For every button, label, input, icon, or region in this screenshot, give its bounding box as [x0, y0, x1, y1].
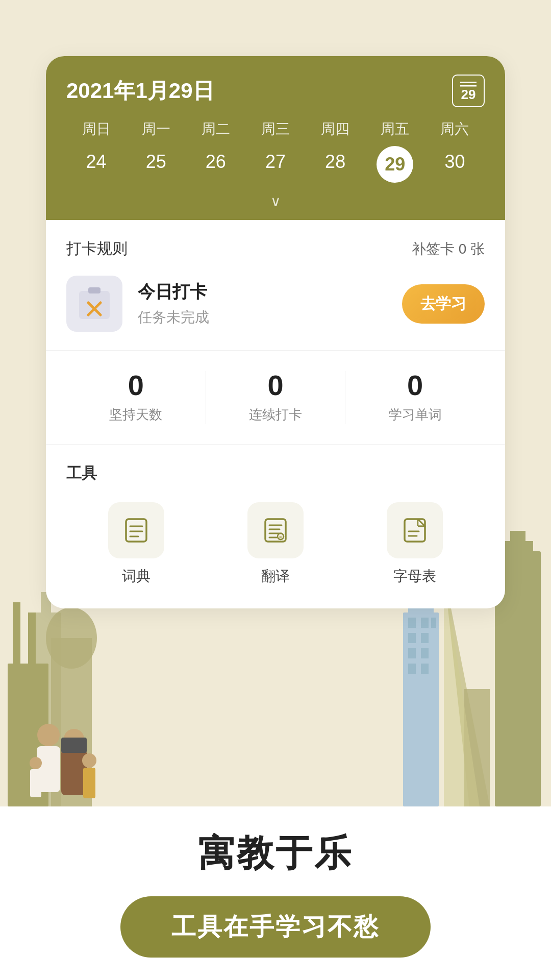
calendar-icon-number: 29	[461, 88, 476, 101]
stat-streak: 0 连续打卡	[206, 371, 345, 424]
svg-rect-32	[460, 82, 477, 83]
weekday-thu: 周四	[306, 119, 365, 139]
tool-translate-icon-wrap: ≡	[247, 502, 304, 558]
svg-rect-19	[408, 648, 416, 658]
svg-rect-31	[30, 769, 41, 797]
svg-point-25	[64, 729, 84, 749]
tools-section: 工具 词典	[46, 445, 505, 608]
stats-section: 0 坚持天数 0 连续打卡 0 学习单词	[46, 351, 505, 445]
svg-rect-11	[510, 531, 525, 544]
checkin-icon-wrap	[66, 276, 122, 332]
chevron-down-icon: ∨	[270, 193, 281, 209]
checkin-today-label: 今日打卡	[138, 280, 387, 304]
calendar-icon[interactable]: 29	[452, 75, 485, 107]
date-28[interactable]: 28	[306, 146, 365, 183]
stat-streak-value: 0	[206, 371, 345, 400]
svg-rect-22	[421, 664, 429, 674]
svg-rect-3	[51, 638, 92, 806]
bottom-section: 寓教于乐 工具在手学习不愁	[0, 806, 551, 980]
calendar-title: 2021年1月29日	[66, 77, 214, 105]
calendar-header: 2021年1月29日 29 周日 周一 周二 周三 周四 周五 周六	[46, 56, 505, 220]
svg-rect-5	[13, 602, 20, 664]
svg-text:≡: ≡	[279, 534, 282, 540]
svg-rect-12	[403, 612, 439, 806]
tool-dictionary[interactable]: 词典	[108, 502, 164, 586]
tool-dict-label: 词典	[122, 567, 151, 586]
svg-point-28	[82, 753, 96, 768]
svg-rect-34	[79, 291, 110, 319]
bottom-tagline: 寓教于乐	[198, 829, 353, 878]
date-26[interactable]: 26	[186, 146, 245, 183]
stat-persist-days: 0 坚持天数	[66, 371, 206, 424]
checkin-info: 今日打卡 任务未完成	[138, 280, 387, 327]
svg-rect-35	[88, 287, 101, 293]
stat-words: 0 学习单词	[345, 371, 485, 424]
weekday-sun: 周日	[66, 119, 126, 139]
date-25[interactable]: 25	[126, 146, 186, 183]
date-27[interactable]: 27	[245, 146, 305, 183]
checkin-header: 打卡规则 补签卡 0 张	[66, 238, 485, 259]
svg-rect-26	[61, 749, 87, 795]
weekday-sat: 周六	[425, 119, 485, 139]
stat-persist-label: 坚持天数	[66, 406, 206, 424]
svg-point-2	[46, 607, 97, 669]
svg-rect-27	[61, 738, 87, 753]
svg-rect-6	[28, 612, 36, 664]
main-card: 2021年1月29日 29 周日 周一 周二 周三 周四 周五 周六	[46, 56, 505, 608]
checkin-section: 打卡规则 补签卡 0 张 今日打卡 任务未完成 去学习	[46, 220, 505, 351]
checkin-cards-count: 补签卡 0 张	[412, 239, 485, 259]
checkin-rules-label[interactable]: 打卡规则	[66, 238, 128, 259]
date-row[interactable]: 24 25 26 27 28 29 30	[66, 146, 485, 183]
svg-rect-16	[431, 618, 436, 628]
weekday-tue: 周二	[186, 119, 245, 139]
svg-rect-14	[408, 618, 416, 628]
weekday-wed: 周三	[245, 119, 305, 139]
svg-point-30	[30, 757, 42, 769]
bottom-cta-button[interactable]: 工具在手学习不愁	[120, 896, 431, 958]
svg-rect-15	[421, 618, 429, 628]
calendar-expand[interactable]: ∨	[66, 188, 485, 212]
svg-rect-0	[31, 612, 61, 806]
tools-header: 工具	[66, 463, 485, 484]
svg-rect-38	[126, 519, 146, 542]
study-button[interactable]: 去学习	[402, 284, 485, 324]
svg-rect-8	[464, 689, 490, 806]
checkin-body: 今日打卡 任务未完成 去学习	[66, 276, 485, 332]
tool-alphabet[interactable]: 字母表	[387, 502, 443, 586]
tools-grid: 词典 ≡ 翻译	[66, 502, 485, 586]
tool-translate-label: 翻译	[261, 567, 290, 586]
svg-point-23	[37, 724, 60, 746]
tool-alphabet-label: 字母表	[393, 567, 436, 586]
tool-translate[interactable]: ≡ 翻译	[247, 502, 304, 586]
svg-rect-4	[8, 664, 48, 806]
checkin-subtitle: 任务未完成	[138, 308, 387, 327]
stat-words-value: 0	[345, 371, 485, 400]
svg-rect-18	[421, 633, 429, 643]
tool-dict-icon-wrap	[108, 502, 164, 558]
svg-rect-17	[408, 633, 416, 643]
weekday-mon: 周一	[126, 119, 186, 139]
stat-streak-label: 连续打卡	[206, 406, 345, 424]
svg-rect-29	[83, 768, 95, 798]
tool-alphabet-icon-wrap	[387, 502, 443, 558]
stat-persist-value: 0	[66, 371, 206, 400]
weekday-row: 周日 周一 周二 周三 周四 周五 周六	[66, 119, 485, 139]
svg-rect-21	[408, 664, 416, 674]
date-29-selected[interactable]: 29	[377, 146, 413, 183]
stat-words-label: 学习单词	[345, 406, 485, 424]
weekday-fri: 周五	[365, 119, 425, 139]
svg-rect-24	[37, 746, 60, 792]
svg-rect-10	[503, 541, 533, 556]
date-30[interactable]: 30	[425, 146, 485, 183]
svg-rect-20	[421, 648, 429, 658]
date-24[interactable]: 24	[66, 146, 126, 183]
